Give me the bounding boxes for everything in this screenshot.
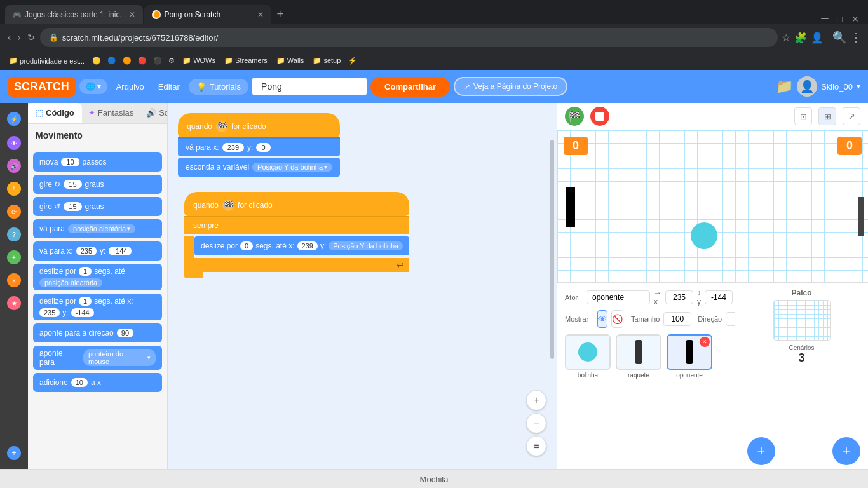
sprite-item-raquete[interactable]: raquete bbox=[616, 334, 661, 379]
event-hat-1[interactable]: quando 🏁 for clicado bbox=[178, 113, 340, 137]
scratch-logo[interactable]: SCRATCH bbox=[8, 77, 76, 97]
green-flag-button[interactable]: 🏁 bbox=[565, 107, 584, 126]
extensions-icon[interactable]: 🧩 bbox=[794, 32, 807, 44]
c-block-sempre: sempre deslize por 0 segs. até x: bbox=[184, 216, 409, 278]
bookmark-lightning[interactable]: ⚡ bbox=[346, 55, 360, 66]
menu-arquivo[interactable]: Arquivo bbox=[111, 79, 149, 94]
address-bar: ‹ › ↻ 🔒 scratch.mit.edu/projects/6752167… bbox=[0, 24, 868, 51]
block-gire-ccw[interactable]: gire ↺ 15 graus bbox=[33, 197, 162, 216]
sempre-top[interactable]: sempre bbox=[184, 216, 409, 234]
block-va-para-xy[interactable]: vá para x: 235 y: -144 bbox=[33, 241, 162, 261]
sidebar-icon-code[interactable]: ⚡ bbox=[1, 108, 27, 131]
bookmark-star[interactable]: ☆ bbox=[782, 32, 790, 44]
stage-small-view[interactable]: ⊡ bbox=[794, 107, 812, 125]
ball-sprite bbox=[691, 222, 717, 249]
back-btn[interactable]: ‹ bbox=[6, 30, 12, 44]
sprite-info-area: Ator ↔ x ↕ y Mostrar 👁 🚫 Tamanho bbox=[557, 283, 868, 433]
block-aponte-direcao[interactable]: aponte para a direção 90 bbox=[33, 323, 162, 342]
bookmark-blue[interactable]: 🔵 bbox=[105, 55, 119, 66]
tab2-close[interactable]: ✕ bbox=[257, 10, 264, 19]
block-deslize-xy[interactable]: deslize por 1 segs. até x: 235 y: -144 bbox=[33, 294, 162, 320]
bookmark-wows[interactable]: 📁 WOWs bbox=[179, 55, 219, 66]
sprite-info-row1: Ator ↔ x ↕ y bbox=[565, 288, 727, 306]
block-va-para-x-239[interactable]: vá para x: 239 y: 0 bbox=[178, 137, 340, 156]
zoom-in-btn[interactable]: + bbox=[526, 390, 546, 410]
bookmark-red[interactable]: 🔴 bbox=[135, 55, 149, 66]
tab1-title: Jogos clássicos parte 1: inic... bbox=[25, 10, 126, 19]
show-visible-btn[interactable]: 👁 bbox=[597, 310, 607, 328]
add-extension-btn[interactable]: + bbox=[1, 442, 27, 464]
sprite-x-input[interactable] bbox=[665, 290, 693, 304]
tamanho-label: Tamanho bbox=[631, 315, 660, 323]
bookmark-yellow[interactable]: 🟡 bbox=[90, 55, 104, 66]
mochila-bar[interactable]: Mochila bbox=[0, 469, 868, 488]
sidebar-icon-sensors[interactable]: ? bbox=[1, 224, 27, 245]
block-adicione-x[interactable]: adicione 10 a x bbox=[33, 373, 162, 392]
stage-thumbnail[interactable] bbox=[773, 300, 831, 341]
bookmark-streamers[interactable]: 📁 Streamers bbox=[220, 55, 271, 66]
sidebar-icon-events[interactable]: ! bbox=[1, 178, 27, 200]
bookmark-github[interactable]: ⚙ bbox=[166, 55, 177, 66]
globe-btn[interactable]: 🌐 ▾ bbox=[79, 79, 107, 94]
tab-sons[interactable]: 🔊 Sons bbox=[140, 103, 168, 123]
tab1-close[interactable]: ✕ bbox=[129, 10, 135, 19]
tab-active[interactable]: 🟠 Pong on Scratch ✕ bbox=[144, 5, 271, 24]
search-icon[interactable]: 🔍 bbox=[832, 30, 846, 44]
add-sprite-btn[interactable]: + bbox=[747, 437, 775, 465]
zoom-out-btn[interactable]: − bbox=[526, 413, 546, 433]
url-input[interactable]: 🔒 scratch.mit.edu/projects/675216788/edi… bbox=[40, 28, 778, 47]
tab-codigo[interactable]: ⬚ Código bbox=[28, 103, 82, 123]
delete-oponente-btn[interactable]: ✕ bbox=[700, 337, 710, 347]
bookmark-setup[interactable]: 📁 setup bbox=[309, 55, 344, 66]
block-deslize-posicao[interactable]: deslize por 1 segs. até posição aleatóri… bbox=[33, 264, 162, 290]
minimize-btn[interactable]: ─ bbox=[817, 13, 832, 24]
menu-editar[interactable]: Editar bbox=[153, 79, 185, 94]
sprite-size-input[interactable] bbox=[663, 312, 691, 326]
event-hat-2[interactable]: quando 🏁 for clicado bbox=[184, 192, 409, 216]
user-name[interactable]: Skilo_00 bbox=[821, 82, 853, 92]
reload-btn[interactable]: ↻ bbox=[26, 31, 36, 44]
user-dropdown-icon[interactable]: ▾ bbox=[857, 82, 860, 91]
share-button[interactable]: Compartilhar bbox=[370, 77, 450, 97]
zoom-reset-btn[interactable]: ≡ bbox=[526, 436, 546, 456]
scratch-header: SCRATCH 🌐 ▾ Arquivo Editar 💡 Tutoriais C… bbox=[0, 70, 868, 103]
folder-icon[interactable]: 📁 bbox=[776, 78, 793, 95]
show-hidden-btn[interactable]: 🚫 bbox=[611, 310, 623, 328]
sprite-item-bolinha[interactable]: bolinha bbox=[565, 334, 611, 379]
blocks-panel: ⬚ Código ✦ Fantasias 🔊 Sons Movimento bbox=[28, 103, 168, 469]
sprite-y-input[interactable] bbox=[705, 290, 733, 304]
bookmark-walls[interactable]: 📁 Walls bbox=[273, 55, 308, 66]
tutoriais-btn[interactable]: 💡 Tutoriais bbox=[189, 79, 248, 95]
new-tab-button[interactable]: + bbox=[273, 8, 287, 21]
bookmark-orange[interactable]: 🟠 bbox=[120, 55, 134, 66]
bookmark-black[interactable]: ⚫ bbox=[151, 55, 165, 66]
tab-fantasias[interactable]: ✦ Fantasias bbox=[82, 103, 140, 123]
sidebar-icon-appearance[interactable]: 👁 bbox=[1, 132, 27, 154]
sidebar-icon-control[interactable]: ⟳ bbox=[1, 201, 27, 222]
sprite-name-input[interactable] bbox=[587, 290, 650, 304]
sidebar-icon-variables[interactable]: x bbox=[1, 269, 27, 291]
sidebar-icon-operators[interactable]: + bbox=[1, 247, 27, 268]
more-icon[interactable]: ⋮ bbox=[850, 30, 862, 44]
view-page-button[interactable]: ↗ Veja a Página do Projeto bbox=[454, 77, 567, 96]
add-backdrop-btn[interactable]: + bbox=[832, 437, 860, 465]
bookmark-produtividade[interactable]: 📁 produtividade e est... bbox=[5, 55, 88, 66]
project-name-input[interactable] bbox=[252, 78, 367, 95]
forward-btn[interactable]: › bbox=[16, 30, 22, 44]
sidebar-icon-sound[interactable]: 🔊 bbox=[1, 155, 27, 177]
profile-icon[interactable]: 👤 bbox=[811, 32, 824, 44]
block-mova[interactable]: mova 10 passos bbox=[33, 152, 162, 172]
block-gire-cw[interactable]: gire ↻ 15 graus bbox=[33, 175, 162, 194]
block-deslize-posicao-y[interactable]: deslize por 0 segs. até x: 239 y: Posiçã… bbox=[194, 236, 409, 255]
maximize-btn[interactable]: □ bbox=[834, 14, 846, 24]
stage-normal-view[interactable]: ⊞ bbox=[818, 107, 836, 125]
sidebar-icon-myblocks[interactable]: ★ bbox=[1, 292, 27, 314]
close-btn[interactable]: ✕ bbox=[848, 14, 863, 24]
sprite-item-oponente[interactable]: ✕ oponente bbox=[667, 334, 712, 379]
block-esconda-variavel[interactable]: esconda a variável Posição Y da bolinha … bbox=[178, 158, 340, 177]
block-aponte-para[interactable]: aponte para ponteiro do mouse ▾ bbox=[33, 346, 162, 370]
stage-fullscreen[interactable]: ⤢ bbox=[843, 107, 860, 125]
block-va-para-dropdown[interactable]: vá para posição aleatória ▾ bbox=[33, 219, 162, 238]
tab-inactive[interactable]: 🎮 Jogos clássicos parte 1: inic... ✕ bbox=[5, 5, 143, 24]
stop-button[interactable] bbox=[590, 107, 609, 126]
